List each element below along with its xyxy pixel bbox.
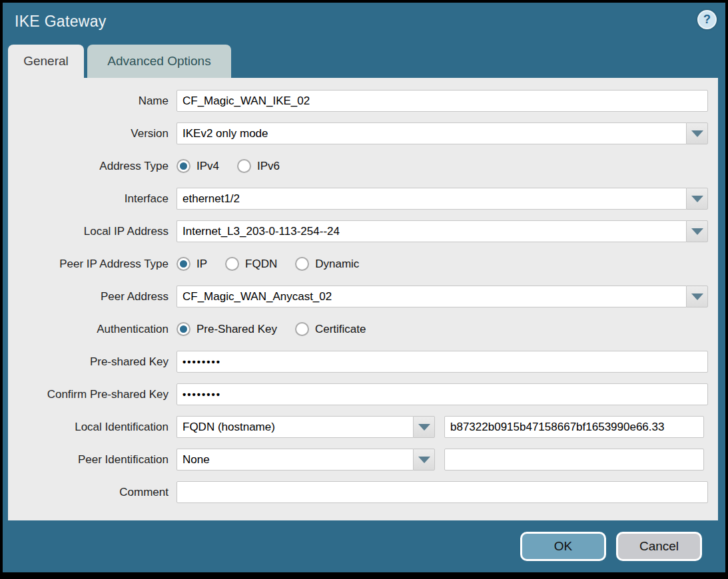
peer-identification-value-input[interactable] (444, 449, 704, 471)
radio-label: Pre-Shared Key (196, 323, 277, 336)
pre-shared-key-label: Pre-shared Key (8, 355, 177, 369)
radio-option-ip[interactable]: IP (177, 257, 207, 271)
peer-address-select[interactable]: CF_Magic_WAN_Anycast_02 (177, 286, 686, 307)
peer-address-label: Peer Address (8, 290, 177, 303)
chevron-down-icon (418, 457, 430, 463)
radio-label: Certificate (315, 323, 366, 336)
radio-unselected-icon (295, 257, 309, 271)
peer-identification-dropdown-button[interactable] (413, 449, 435, 471)
tab-bar: General Advanced Options (8, 45, 231, 78)
pre-shared-key-input[interactable]: •••••••• (177, 351, 708, 373)
interface-dropdown-button[interactable] (686, 188, 708, 210)
radio-label: FQDN (245, 258, 277, 271)
form-row-comment: Comment (8, 481, 718, 503)
version-label: Version (8, 127, 177, 140)
peer-address-dropdown-button[interactable] (686, 286, 708, 307)
name-input[interactable]: CF_Magic_WAN_IKE_02 (177, 90, 708, 112)
radio-unselected-icon (225, 257, 239, 271)
comment-input[interactable] (177, 481, 708, 503)
peer-ip-address-type-radio-group: IP FQDN Dynamic (177, 257, 359, 271)
local-identification-value-input[interactable]: b87322b0915b47158667bf1653990e66.33 (444, 416, 704, 438)
peer-ip-address-type-label: Peer IP Address Type (8, 258, 177, 271)
local-identification-label: Local Identification (8, 421, 177, 434)
peer-identification-type-select[interactable]: None (177, 449, 413, 471)
general-tab-panel: Name CF_Magic_WAN_IKE_02 Version IKEv2 o… (8, 78, 718, 520)
local-ip-address-select[interactable]: Internet_L3_203-0-113-254--24 (177, 220, 686, 242)
form-row-local-ip-address: Local IP Address Internet_L3_203-0-113-2… (8, 220, 718, 242)
form-row-peer-address: Peer Address CF_Magic_WAN_Anycast_02 (8, 286, 718, 307)
radio-label: Dynamic (315, 258, 359, 271)
comment-label: Comment (8, 486, 177, 499)
ok-button[interactable]: OK (520, 532, 606, 561)
address-type-label: Address Type (8, 160, 177, 173)
authentication-radio-group: Pre-Shared Key Certificate (177, 322, 366, 336)
ike-gateway-dialog: IKE Gateway ? General Advanced Options N… (3, 3, 725, 572)
radio-label: IP (196, 258, 207, 271)
radio-label: IPv4 (196, 160, 219, 173)
radio-selected-icon (177, 159, 190, 173)
tab-advanced-options[interactable]: Advanced Options (87, 45, 231, 78)
dialog-title: IKE Gateway (15, 13, 107, 31)
name-label: Name (8, 95, 177, 108)
local-identification-dropdown-button[interactable] (413, 416, 435, 438)
address-type-radio-group: IPv4 IPv6 (177, 159, 280, 173)
confirm-pre-shared-key-input[interactable]: •••••••• (177, 383, 708, 405)
radio-selected-icon (177, 257, 190, 271)
radio-unselected-icon (237, 159, 251, 173)
radio-unselected-icon (295, 322, 309, 336)
version-dropdown-button[interactable] (686, 122, 708, 144)
help-icon[interactable]: ? (697, 10, 717, 29)
version-select[interactable]: IKEv2 only mode (177, 122, 686, 144)
confirm-pre-shared-key-label: Confirm Pre-shared Key (8, 388, 177, 401)
form-row-local-identification: Local Identification FQDN (hostname) b87… (8, 416, 718, 438)
chevron-down-icon (418, 424, 430, 431)
form-row-pre-shared-key: Pre-shared Key •••••••• (8, 351, 718, 373)
local-identification-type-select[interactable]: FQDN (hostname) (177, 416, 413, 438)
interface-select[interactable]: ethernet1/2 (177, 188, 686, 210)
peer-identification-label: Peer Identification (8, 453, 177, 467)
tab-general[interactable]: General (8, 45, 84, 78)
interface-label: Interface (8, 192, 177, 206)
chevron-down-icon (691, 130, 703, 137)
radio-option-certificate[interactable]: Certificate (295, 322, 366, 336)
form-row-peer-ip-address-type: Peer IP Address Type IP FQDN Dynamic (8, 253, 718, 275)
radio-option-pre-shared-key[interactable]: Pre-Shared Key (177, 322, 277, 336)
form-row-version: Version IKEv2 only mode (8, 122, 718, 144)
chevron-down-icon (691, 228, 703, 235)
radio-option-dynamic[interactable]: Dynamic (295, 257, 359, 271)
local-ip-address-dropdown-button[interactable] (686, 220, 708, 242)
form-row-name: Name CF_Magic_WAN_IKE_02 (8, 90, 718, 112)
form-row-interface: Interface ethernet1/2 (8, 188, 718, 210)
local-ip-address-label: Local IP Address (8, 225, 177, 238)
radio-option-ipv6[interactable]: IPv6 (237, 159, 280, 173)
form-row-address-type: Address Type IPv4 IPv6 (8, 155, 718, 177)
radio-option-ipv4[interactable]: IPv4 (177, 159, 219, 173)
form-row-peer-identification: Peer Identification None (8, 449, 718, 471)
chevron-down-icon (691, 196, 703, 202)
radio-option-fqdn[interactable]: FQDN (225, 257, 277, 271)
form-row-authentication: Authentication Pre-Shared Key Certificat… (8, 318, 718, 340)
chevron-down-icon (691, 293, 703, 300)
form-row-confirm-pre-shared-key: Confirm Pre-shared Key •••••••• (8, 383, 718, 405)
radio-label: IPv6 (257, 160, 280, 173)
authentication-label: Authentication (8, 323, 177, 336)
cancel-button[interactable]: Cancel (616, 532, 702, 561)
radio-selected-icon (177, 322, 190, 336)
